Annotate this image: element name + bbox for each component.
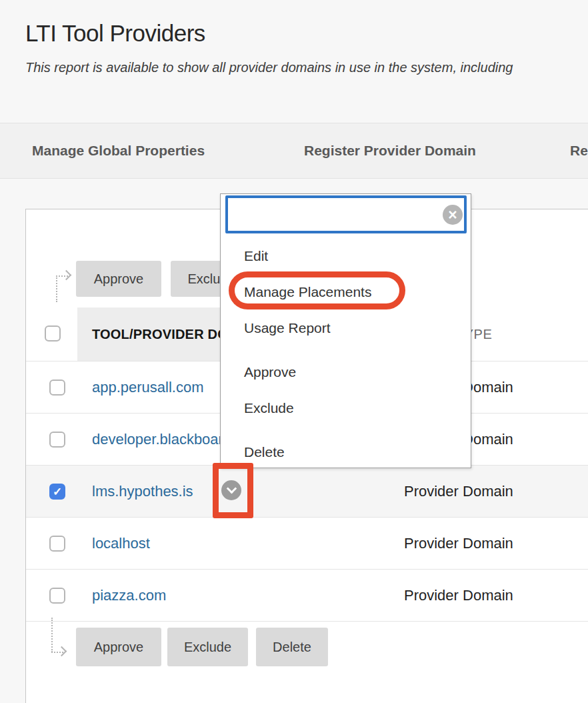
provider-type-cell: Provider Domain: [404, 466, 513, 518]
register-provider-domain-button[interactable]: Register Provider Domain: [304, 123, 476, 178]
approve-button-bottom[interactable]: Approve: [76, 628, 161, 666]
action-bar: Manage Global Properties Register Provid…: [0, 123, 588, 179]
register-tool-button[interactable]: Re: [570, 123, 588, 178]
row-checkbox[interactable]: [49, 536, 65, 552]
row-options-chevron-icon[interactable]: [221, 480, 241, 500]
row-checkbox[interactable]: [49, 432, 65, 448]
exclude-button-bottom[interactable]: Exclude: [167, 628, 248, 666]
menu-item-edit[interactable]: Edit: [221, 238, 471, 274]
table-row: localhost Provider Domain: [26, 517, 588, 569]
table-bottom-separator: [26, 621, 588, 622]
provider-domain-link[interactable]: piazza.com: [92, 570, 166, 622]
page-description: This report is available to show all pro…: [25, 60, 513, 75]
menu-item-usage-report[interactable]: Usage Report: [221, 310, 471, 346]
provider-domain-link[interactable]: lms.hypothes.is: [92, 466, 193, 518]
menu-item-delete[interactable]: Delete: [221, 434, 471, 470]
select-all-checkbox[interactable]: [45, 325, 61, 341]
delete-button-bottom[interactable]: Delete: [256, 628, 328, 666]
provider-domain-link[interactable]: localhost: [92, 518, 150, 570]
row-checkbox[interactable]: [49, 588, 65, 604]
provider-type-cell: Provider Domain: [404, 570, 513, 622]
table-row-selected: ✓ lms.hypothes.is Provider Domain: [26, 465, 588, 517]
page-title: LTI Tool Providers: [25, 20, 205, 47]
manage-global-properties-button[interactable]: Manage Global Properties: [32, 123, 205, 178]
menu-filter-input[interactable]: [225, 195, 467, 233]
lti-tool-providers-page: LTI Tool Providers This report is availa…: [0, 0, 588, 703]
row-checkbox-checked[interactable]: ✓: [49, 484, 65, 500]
provider-domain-link[interactable]: app.perusall.com: [92, 362, 204, 414]
menu-item-approve[interactable]: Approve: [221, 354, 471, 390]
approve-button-top[interactable]: Approve: [76, 261, 161, 297]
row-context-menu: × Edit Manage Placements Usage Report Ap…: [220, 193, 471, 468]
table-row: piazza.com Provider Domain: [26, 569, 588, 621]
menu-item-manage-placements[interactable]: Manage Placements: [221, 274, 471, 310]
provider-type-cell: Provider Domain: [404, 518, 513, 570]
row-checkbox[interactable]: [49, 380, 65, 396]
clear-search-icon[interactable]: ×: [443, 205, 463, 225]
menu-item-exclude[interactable]: Exclude: [221, 390, 471, 426]
